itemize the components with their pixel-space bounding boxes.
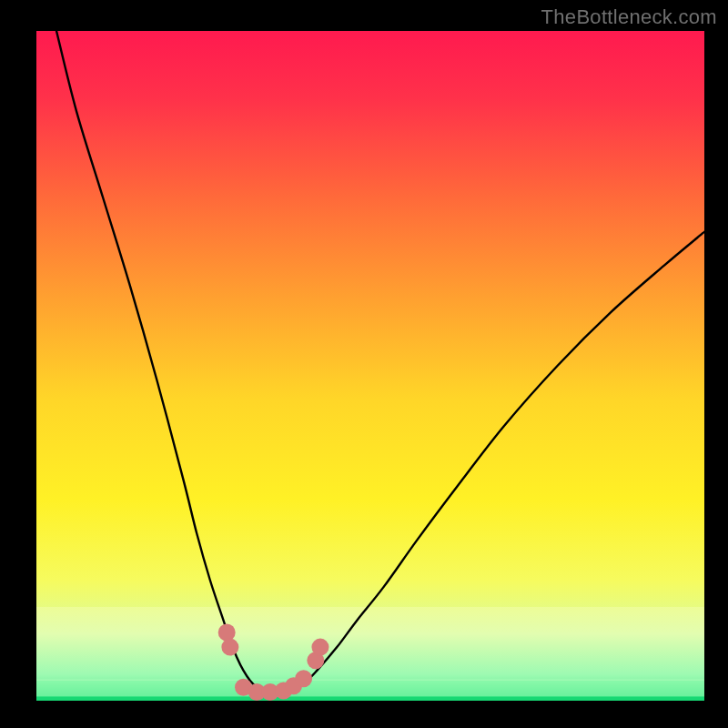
band-strip [36, 697, 704, 701]
chart-stage: TheBottleneck.com [0, 0, 728, 728]
marker-dot [218, 623, 236, 641]
bottleneck-chart [0, 0, 728, 728]
band-strip [36, 679, 704, 696]
marker-dot [311, 639, 329, 656]
marker-dot [221, 639, 238, 656]
bottom-gradient-band [36, 607, 704, 701]
plot-background [36, 31, 704, 701]
watermark-text: TheBottleneck.com [541, 5, 717, 29]
band-strip [36, 607, 704, 681]
marker-dot [295, 670, 312, 687]
